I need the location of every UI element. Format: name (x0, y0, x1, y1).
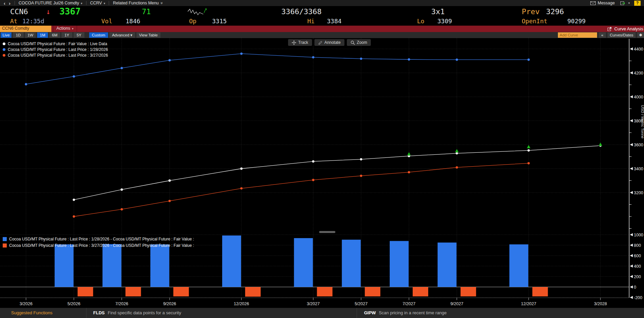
legend-marker (3, 48, 5, 51)
panel-title: Curve Analysis (614, 26, 643, 31)
chart-area: 3200340036003800400042004400-20002004006… (0, 38, 644, 308)
back-icon[interactable]: ‹ (2, 0, 7, 6)
chart-scrollbar[interactable] (319, 231, 335, 233)
openint-label: OpenInt (522, 18, 547, 25)
settings-button[interactable]: ✱ (637, 32, 644, 38)
security-input[interactable]: CCN6 Comdty (0, 26, 51, 32)
toolbar-button-6m[interactable]: 6M (49, 32, 60, 38)
svg-text:600: 600 (634, 254, 641, 258)
function-code-label: CCRV (90, 1, 102, 5)
hi-label: Hi (307, 18, 315, 25)
function-desc: Find specific data points for a security (108, 310, 181, 315)
toolbar-button-1d[interactable]: 1D (13, 32, 24, 38)
add-curve-input[interactable] (558, 32, 597, 38)
collapse-button[interactable]: « (599, 32, 606, 38)
open-interest: 90299 (567, 18, 586, 25)
svg-text:800: 800 (634, 243, 641, 248)
spread-bar-negative (173, 287, 189, 296)
spread-bar-positive (55, 244, 74, 287)
toolbar-button-1y[interactable]: 1Y (61, 32, 72, 38)
prev-label: Prev (522, 7, 540, 16)
spread-bar-positive (222, 235, 241, 287)
divider (109, 1, 109, 5)
footer-function-gipw[interactable]: GIPWScan pricing in a recent time range (364, 310, 447, 315)
legend-marker (3, 42, 5, 45)
x-tick-label: 12/2026 (234, 301, 249, 306)
function-menu[interactable]: CCRV▾ (89, 1, 107, 5)
x-tick-label: 5/2026 (68, 301, 80, 306)
x-tick-label: 3/2026 (20, 301, 32, 306)
data-point (240, 53, 242, 55)
svg-text:3600: 3600 (634, 143, 643, 147)
down-arrow-icon: ↓ (46, 7, 50, 16)
data-point (121, 208, 123, 210)
message-label: Message (598, 1, 615, 5)
track-button[interactable]: Track (288, 39, 312, 46)
data-point (25, 83, 27, 85)
divider (86, 308, 86, 318)
lo-label: Lo (417, 18, 424, 25)
chart-gridlines (0, 38, 629, 298)
toolbar-button-custom[interactable]: Custom (89, 32, 108, 38)
live-marker-icon (599, 143, 602, 146)
security-menu-label: COCOA FUTURE Jul26 Comdty (19, 1, 79, 5)
function-desc: Scan pricing in a recent time range (379, 310, 447, 315)
spread-bar-negative (78, 287, 93, 296)
function-code: FLDS (93, 310, 105, 315)
annotate-button[interactable]: Annotate (314, 39, 344, 46)
toolbar-button-live[interactable]: Live (1, 32, 11, 38)
legend-marker (3, 243, 7, 248)
chevron-down-icon: ▾ (72, 27, 74, 30)
chevron-down-icon: ▾ (104, 2, 105, 5)
spread-bar-negative (413, 287, 428, 296)
quote-time: 12:35d (22, 18, 44, 25)
related-functions-menu[interactable]: Related Functions Menu» (111, 1, 164, 5)
security-menu[interactable]: COCOA FUTURE Jul26 Comdty▾ (17, 1, 84, 5)
message-button[interactable]: Message (589, 1, 616, 5)
launch-icon[interactable] (607, 27, 612, 31)
zoom-button[interactable]: Zoom (347, 39, 371, 46)
spread-bar-positive (294, 238, 313, 287)
legend-item: Cocoa USD/MT Physical Future : Last Pric… (3, 242, 194, 249)
help-button[interactable]: ? (634, 1, 641, 6)
curve-chart[interactable]: 3200340036003800400042004400-20002004006… (0, 38, 644, 308)
footer-function-flds[interactable]: FLDSFind specific data points for a secu… (93, 310, 181, 315)
toolbar-button-5y[interactable]: 5Y (74, 32, 84, 38)
related-functions-label: Related Functions Menu (113, 1, 159, 5)
spread-bar-negative (532, 287, 548, 296)
crosshair-icon (292, 40, 296, 45)
main-legend: Cocoa USD/MT Physical Future : Fair Valu… (3, 41, 108, 58)
curves-dates-button[interactable]: Curves/Dates (608, 32, 636, 38)
settings-icon: ✱ (639, 33, 642, 37)
divider (357, 308, 357, 318)
spread-bar-positive (342, 240, 361, 287)
data-point (360, 58, 362, 60)
prev-close: 3296 (546, 7, 564, 16)
high-price: 3384 (327, 18, 341, 25)
spread-bar-positive (150, 244, 169, 287)
legend-label: Cocoa USD/MT Physical Future : Last Pric… (9, 243, 194, 248)
data-point (312, 179, 314, 181)
net-change: 71 (142, 7, 151, 16)
spread-bar-positive (390, 241, 409, 287)
chart-toolbar: Live1D1W1M6M1Y5YCustomAdvanced ▾View Tab… (0, 32, 644, 38)
x-tick-label: 3/2027 (307, 301, 319, 306)
chart-tools: TrackAnnotateZoom (288, 39, 373, 46)
x-tick-label: 9/2027 (450, 301, 463, 306)
data-point (456, 166, 458, 169)
toolbar-button-1w[interactable]: 1W (25, 32, 36, 38)
title-bar: ‹ › COCOA FUTURE Jul26 Comdty▾ CCRV▾ Rel… (0, 0, 644, 6)
popout-button[interactable]: ▾ (619, 1, 631, 5)
toolbar-button-advanced[interactable]: Advanced ▾ (109, 32, 135, 38)
toolbar-button-1m[interactable]: 1M (37, 32, 48, 38)
forward-icon[interactable]: › (7, 0, 12, 6)
actions-menu[interactable]: Actions▾ (53, 26, 77, 32)
data-point (312, 56, 314, 58)
data-point (360, 175, 362, 177)
double-chevron-icon: » (159, 2, 164, 4)
data-point (527, 59, 530, 61)
svg-text:3400: 3400 (634, 167, 643, 171)
bid-ask-size: 3x1 (431, 7, 445, 16)
svg-text:4000: 4000 (634, 95, 643, 99)
toolbar-button-view-table[interactable]: View Table (136, 32, 160, 38)
